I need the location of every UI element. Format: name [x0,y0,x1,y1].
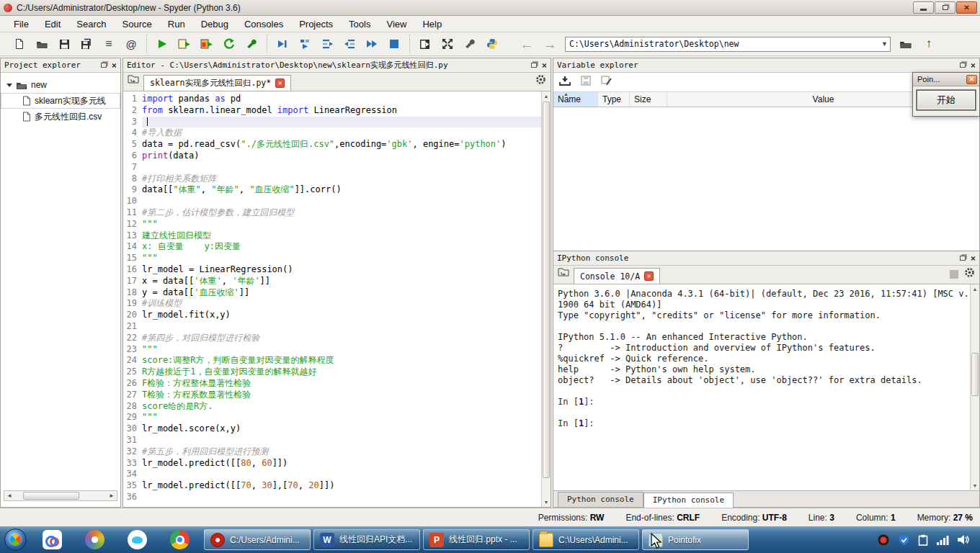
save-icon[interactable] [56,36,72,52]
new-file-icon[interactable] [12,36,27,52]
scroll-up-icon[interactable]: ▲ [971,284,979,294]
find-symbols-icon[interactable]: @ [123,36,139,52]
taskbar-button-word[interactable]: 线性回归API文档... [313,529,420,550]
back-icon[interactable]: ← [519,36,535,52]
console-bottom-tab-python[interactable]: Python console [558,492,643,507]
forward-icon[interactable]: → [542,36,558,52]
open-file-icon[interactable] [34,36,50,52]
tree-file[interactable]: 多元线性回归.csv [1,109,120,125]
save-all-icon[interactable] [79,36,94,52]
volume-icon[interactable] [958,534,970,545]
menu-item-source[interactable]: Source [115,17,160,32]
undock-pane-icon[interactable] [101,63,107,68]
expander-icon[interactable] [6,84,12,87]
close-pane-icon[interactable]: × [112,61,117,70]
variable-table-body[interactable] [553,107,979,251]
console-output[interactable]: Python 3.6.0 |Anaconda 4.3.1 (64-bit)| (… [553,284,970,490]
tree-root-folder[interactable]: new [1,77,120,93]
clipboard-tray-icon[interactable] [918,534,928,546]
editor-options-icon[interactable] [535,74,546,88]
column-header-type[interactable]: Type [598,92,630,107]
scrollbar-thumb[interactable] [23,492,79,500]
save-data-as-icon[interactable] [601,76,612,89]
scroll-down-icon[interactable]: ▼ [542,498,551,507]
stop-debug-icon[interactable] [386,36,402,52]
configure-icon[interactable] [244,36,259,52]
close-tab-icon[interactable]: ✕ [644,271,654,281]
menu-item-search[interactable]: Search [68,17,114,32]
step-into-icon[interactable] [319,36,335,52]
code-editor[interactable]: 1import pandas as pd2from sklearn.linear… [123,91,541,507]
menu-item-view[interactable]: View [378,17,414,32]
minimize-button[interactable] [913,1,934,14]
network-signal-icon[interactable] [937,535,949,545]
column-header-name[interactable]: ▲Name [553,92,598,107]
run-cell-advance-icon[interactable] [199,36,215,52]
scrollbar-thumb[interactable] [971,353,979,396]
import-data-icon[interactable] [559,76,571,89]
undock-pane-icon[interactable] [960,256,966,261]
scroll-down-icon[interactable]: ▼ [971,481,979,490]
browse-directory-icon[interactable] [898,36,914,52]
taskbar-button-ppt[interactable]: 线性回归.pptx - ... [423,529,530,550]
browser-app-icon[interactable] [128,530,147,549]
pointofix-close-icon[interactable]: ✕ [966,75,977,84]
console-options-icon[interactable] [964,267,975,281]
restore-button[interactable] [935,1,956,14]
menu-item-run[interactable]: Run [160,17,193,32]
run-selection-icon[interactable] [221,36,237,52]
menu-item-projects[interactable]: Projects [291,17,341,32]
browse-tabs-icon[interactable] [128,74,139,87]
maximize-pane-icon[interactable] [440,36,455,52]
editor-tab[interactable]: sklearn实现多元线性回归.py* ✕ [143,75,291,91]
browse-tabs-icon[interactable] [558,267,569,280]
netdisk-icon[interactable] [43,530,62,549]
menu-item-debug[interactable]: Debug [193,17,236,32]
step-return-icon[interactable] [342,36,357,52]
run-icon[interactable] [154,36,170,52]
console-tab[interactable]: Console 10/A ✕ [574,268,660,284]
menu-item-consoles[interactable]: Consoles [236,17,291,32]
menu-item-file[interactable]: File [6,17,37,32]
tree-file[interactable]: sklearn实现多元线 [1,93,120,109]
undock-pane-icon[interactable] [531,63,537,68]
close-tab-icon[interactable]: ✕ [275,78,285,88]
horizontal-scrollbar[interactable]: ◄ ► [4,490,117,501]
address-dropdown-icon[interactable]: ▼ [879,37,890,51]
scroll-up-icon[interactable]: ▲ [542,91,551,101]
debug-cell-icon[interactable] [297,36,313,52]
tools-icon[interactable] [462,36,478,52]
continue-icon[interactable] [364,36,380,52]
close-pane-icon[interactable]: × [542,61,547,70]
menu-item-help[interactable]: Help [414,17,450,32]
working-directory-input[interactable] [566,39,879,49]
taskbar-button-folder[interactable]: C:\Users\Admini... [533,529,639,550]
interrupt-kernel-icon[interactable] [950,270,958,279]
chrome-icon[interactable] [170,530,190,549]
scroll-left-icon[interactable]: ◄ [4,493,14,499]
console-vertical-scrollbar[interactable]: ▲ ▼ [970,284,979,490]
taskbar-button-spyder[interactable]: C:/Users/Admini... [204,529,311,550]
editor-vertical-scrollbar[interactable]: ▲ ▼ [541,91,551,507]
menu-item-tools[interactable]: Tools [341,17,378,32]
menu-item-edit[interactable]: Edit [37,17,68,32]
close-pane-icon[interactable]: × [971,254,976,263]
parent-directory-icon[interactable]: ↑ [921,36,937,52]
debug-file-icon[interactable] [275,36,290,52]
undock-pane-icon[interactable] [960,63,966,68]
outline-icon[interactable]: ≡ [101,36,117,52]
pointofix-start-button[interactable]: 开始 [917,90,976,110]
start-button[interactable] [4,529,27,551]
paint-app-icon[interactable] [85,530,104,549]
console-bottom-tab-ipython[interactable]: IPython console [643,493,734,508]
column-header-size[interactable]: Size [630,92,667,107]
recorder-tray-icon[interactable] [877,534,890,547]
scrollbar-thumb[interactable] [543,102,550,478]
scroll-right-icon[interactable]: ► [107,493,117,499]
security-shield-icon[interactable] [899,534,909,546]
close-button[interactable]: ✕ [956,1,977,14]
close-pane-icon[interactable]: × [971,61,976,70]
save-data-icon[interactable] [581,76,591,89]
run-cell-icon[interactable] [177,36,192,52]
open-panel-icon[interactable] [417,36,433,52]
